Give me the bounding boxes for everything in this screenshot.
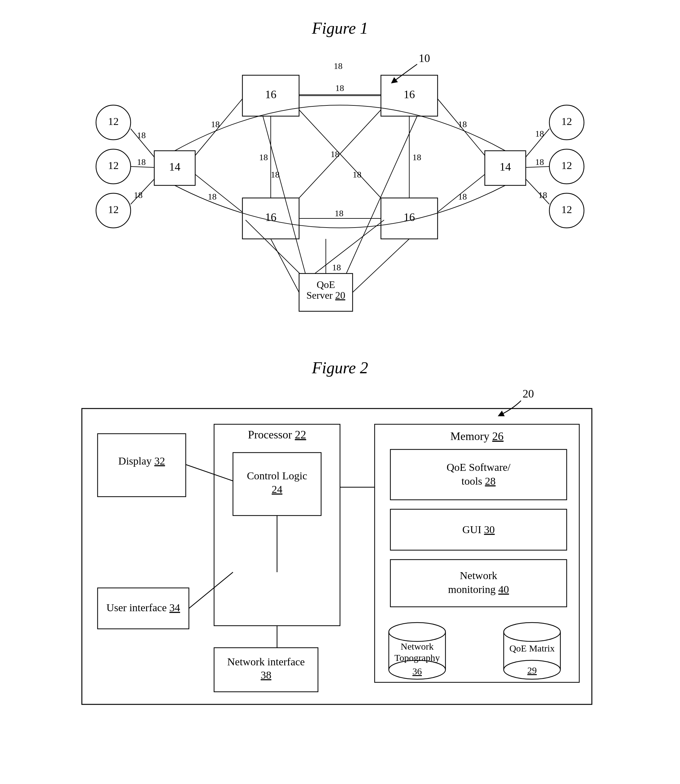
link-qoe-bls xyxy=(271,239,299,292)
link-label-cl2: 18 xyxy=(137,157,146,167)
label-12-br: 12 xyxy=(561,204,572,215)
figure2-title: Figure 2 xyxy=(312,358,368,377)
link-label-center1: 18 xyxy=(271,170,280,179)
processor-label: Processor 22 xyxy=(248,428,306,441)
qoe-sw-label1: QoE Software/ xyxy=(446,461,511,473)
link-label-top-switches: 18 xyxy=(335,83,344,93)
arrow-20 xyxy=(501,401,521,415)
label-12-bl: 12 xyxy=(108,204,119,215)
link-lr-bls xyxy=(195,174,242,212)
link-label-cl1: 18 xyxy=(137,130,146,140)
nt-cylinder-top xyxy=(389,622,445,641)
label-12-tr: 12 xyxy=(561,116,572,127)
link-label-center2: 18 xyxy=(353,170,361,179)
ni-label1: Network interface xyxy=(227,656,305,668)
link-label-lr-tls: 18 xyxy=(211,119,220,129)
page: Figure 1 10 12 12 xyxy=(0,0,680,784)
qoe-matrix-top xyxy=(504,622,560,641)
link-label-bot-switches: 18 xyxy=(335,208,343,218)
label-12-tl: 12 xyxy=(108,116,119,127)
link-label-cl3: 18 xyxy=(134,190,143,200)
link-label-cross: 18 xyxy=(331,149,339,159)
nt-label1: Network xyxy=(401,641,434,652)
display-label1: Display 32 xyxy=(118,455,165,467)
figure1-container: Figure 1 10 12 12 xyxy=(25,19,655,327)
label-16-br: 16 xyxy=(404,211,415,223)
link-label-rr-brs: 18 xyxy=(458,192,467,201)
qoe-sw-label2: tools 28 xyxy=(461,475,496,487)
link-label-rr-trs: 18 xyxy=(458,119,467,129)
link-qoe-brs xyxy=(353,239,409,292)
control-logic-label2: 24 xyxy=(272,484,282,495)
nt-label3: 36 xyxy=(412,666,422,676)
nm-label1: Network xyxy=(460,570,497,581)
qoe-server-label2: Server 20 xyxy=(306,289,345,301)
link-qoe-trs xyxy=(346,116,417,273)
figure2-svg: 20 Display 32 User interface 34 Proces xyxy=(72,383,608,714)
ni-label2: 38 xyxy=(261,669,271,681)
outer-box xyxy=(82,408,592,704)
link-lr-rr-top xyxy=(175,105,505,151)
label-10: 10 xyxy=(419,52,430,64)
label-20-fig2: 20 xyxy=(523,387,534,400)
memory-label: Memory 26 xyxy=(450,430,504,443)
qoe-server-label1: QoE xyxy=(317,279,335,290)
label-12-ml: 12 xyxy=(108,160,119,171)
link-label-cr3: 18 xyxy=(538,190,547,200)
link-label-tr-br: 18 xyxy=(412,152,421,162)
link-label-cr1: 18 xyxy=(535,129,544,138)
gui-label: GUI 30 xyxy=(463,524,495,535)
figure1-svg: 10 12 12 12 xyxy=(88,44,592,327)
figure1-title: Figure 1 xyxy=(312,19,368,38)
link-label-tl-bl: 18 xyxy=(259,152,268,162)
network-monitoring-box xyxy=(390,559,567,607)
link-label-cr2: 18 xyxy=(535,157,544,167)
label-16-tr: 16 xyxy=(404,88,415,101)
label-14-right: 14 xyxy=(500,160,511,173)
link-lr-rr-bot xyxy=(175,185,505,228)
conn-ui-proc xyxy=(189,572,233,608)
nt-label2: Topography xyxy=(395,652,440,663)
qm-label2: 29 xyxy=(527,665,537,676)
figure2-container: Figure 2 20 Display 32 User interfa xyxy=(25,358,655,714)
control-logic-label1: Control Logic xyxy=(247,470,307,482)
nm-label2: monitoring 40 xyxy=(448,583,509,595)
qoe-software-box xyxy=(390,449,567,500)
label-16-bl: 16 xyxy=(265,211,276,223)
link-label-lr-rr-bot: 18 xyxy=(332,262,341,272)
link-label-lr-rr: 18 xyxy=(334,61,343,71)
conn-display-cl xyxy=(186,465,233,481)
link-label-lr-bls: 18 xyxy=(208,192,217,201)
label-12-mr: 12 xyxy=(561,160,572,171)
ui-label: User interface 34 xyxy=(106,602,180,613)
label-14-left: 14 xyxy=(169,160,180,173)
label-16-tl: 16 xyxy=(265,88,276,101)
figure2-diagram: 20 Display 32 User interface 34 Proces xyxy=(72,383,608,714)
figure1-diagram: 10 12 12 12 xyxy=(88,44,592,327)
arrow-10 xyxy=(394,64,417,82)
qm-label1: QoE Matrix xyxy=(509,643,555,654)
link-qoe-extra1 xyxy=(246,220,300,273)
link-qoe-tls xyxy=(263,116,305,273)
